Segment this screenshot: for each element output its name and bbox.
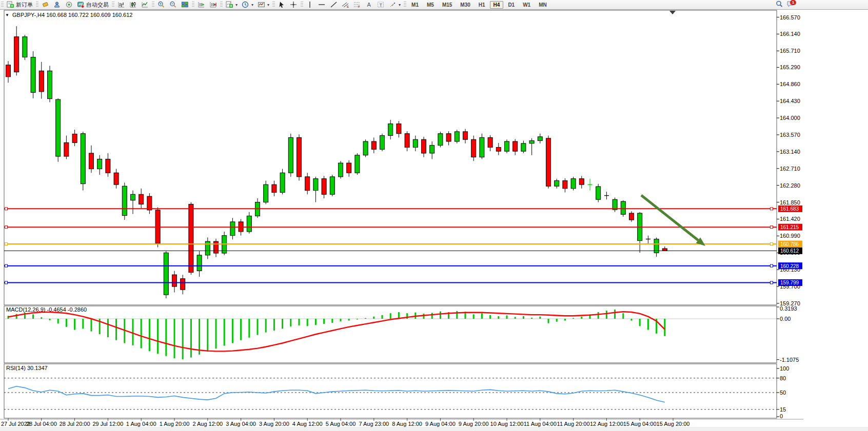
toolbar-grip[interactable]	[36, 2, 38, 8]
line-handle[interactable]	[5, 226, 8, 229]
styles-button[interactable]	[40, 0, 51, 9]
time-tick-label: 28 Jul 04:00	[26, 421, 57, 427]
bear-candle	[14, 37, 19, 72]
timeframe-button-m30[interactable]: M30	[457, 1, 474, 9]
bear-candle	[114, 173, 119, 184]
bear-candle	[6, 65, 11, 77]
line-handle[interactable]	[5, 281, 8, 284]
toolbar-grip[interactable]	[192, 2, 194, 8]
main-pane[interactable]	[4, 10, 777, 305]
bear-candle	[471, 139, 476, 157]
bull-candle	[164, 253, 168, 295]
fibonacci-button[interactable]: F	[351, 0, 363, 9]
cursor-button[interactable]	[276, 0, 288, 9]
timeframe-button-m15[interactable]: M15	[439, 1, 456, 9]
chart-menu-triangle-icon[interactable]: ▼	[5, 13, 9, 17]
bar-chart-button[interactable]	[115, 0, 127, 9]
bear-candle	[463, 132, 468, 139]
search-icon[interactable]	[776, 1, 783, 9]
toolbar-grip[interactable]	[112, 2, 114, 8]
bear-candle	[214, 241, 219, 253]
time-tick-label: 12 Aug 12:00	[590, 421, 623, 427]
time-axis[interactable]: 27 Jul 202228 Jul 04:0028 Jul 20:0029 Ju…	[0, 418, 868, 431]
bear-candle	[172, 275, 177, 286]
profile-button[interactable]	[51, 0, 63, 9]
line-handle[interactable]	[771, 264, 773, 267]
autotrade-button[interactable]: 自动交易	[75, 0, 111, 9]
candlestick-icon	[129, 1, 137, 8]
notification-count-badge: 1	[790, 0, 796, 5]
crosshair-button[interactable]	[288, 0, 300, 9]
arrows-button[interactable]: ▾	[387, 0, 403, 9]
chevron-down-icon[interactable]: ▾	[251, 3, 253, 7]
horizontal-line-button[interactable]	[316, 0, 328, 9]
bull-candle	[613, 199, 617, 210]
new-order-button[interactable]: 新订单	[5, 0, 35, 9]
timeframe-button-d1[interactable]: D1	[504, 1, 518, 9]
bull-candle	[313, 179, 318, 191]
bull-candle	[23, 37, 27, 57]
toolbar-grip[interactable]	[301, 2, 303, 8]
timeframe-button-m1[interactable]: M1	[408, 1, 422, 9]
bear-candle	[422, 139, 426, 153]
toolbar: 新订单自动交易▾▾▾EFAT▾M1M5M15M30H1H4D1W1MN1	[0, 0, 868, 10]
timeframe-button-m5[interactable]: M5	[423, 1, 438, 9]
price-badge-label: 159.799	[780, 280, 799, 285]
bull-candle	[280, 173, 285, 192]
sound-icon	[65, 1, 73, 8]
price-badge-label: 160.612	[780, 248, 799, 254]
channel-icon: E	[342, 1, 349, 8]
sound-button[interactable]	[63, 0, 75, 9]
mt4-window: 新订单自动交易▾▾▾EFAT▾M1M5M15M30H1H4D1W1MN1 166…	[0, 0, 868, 431]
label-icon: T	[377, 1, 385, 8]
time-tick-label: 29 Jul 12:00	[92, 421, 123, 427]
bull-candle	[380, 136, 385, 150]
chevron-down-icon[interactable]: ▾	[267, 3, 269, 7]
text-button[interactable]: A	[363, 0, 375, 9]
label-button[interactable]: T	[375, 0, 387, 9]
candlestick-button[interactable]	[127, 0, 139, 9]
chevron-down-icon[interactable]: ▾	[399, 3, 401, 7]
line-chart-button[interactable]	[139, 0, 151, 9]
line-handle[interactable]	[5, 242, 8, 245]
toolbar-grip[interactable]	[272, 2, 275, 8]
rsi-scale-label: 50	[780, 389, 786, 396]
notifications-icon[interactable]: 1	[786, 1, 794, 9]
line-handle[interactable]	[5, 208, 8, 210]
price-axis[interactable]: 166.570166.140165.710165.290164.860164.4…	[777, 14, 800, 420]
periods-button[interactable]: ▾	[240, 0, 255, 9]
line-handle[interactable]	[771, 242, 773, 245]
line-handle[interactable]	[771, 226, 773, 229]
time-tick-label: 1 Aug 04:00	[126, 421, 156, 427]
indicators-button[interactable]: ▾	[224, 0, 240, 9]
time-tick-label: 8 Aug 12:00	[392, 421, 422, 427]
time-tick-label: 9 Aug 04:00	[425, 421, 456, 427]
tile-windows-button[interactable]	[179, 0, 191, 9]
line-handle[interactable]	[771, 281, 773, 284]
macd-scale-label: 0.3193	[780, 305, 797, 312]
chart-shift-button[interactable]	[207, 0, 219, 9]
line-handle[interactable]	[5, 264, 8, 267]
chevron-down-icon[interactable]: ▾	[235, 3, 238, 7]
channel-button[interactable]: E	[340, 0, 351, 9]
timeframe-button-h4[interactable]: H4	[490, 1, 504, 9]
zoom-out-button[interactable]	[167, 0, 179, 9]
toolbar-grip[interactable]	[1, 2, 4, 8]
line-handle[interactable]	[771, 208, 773, 210]
zoom-in-button[interactable]	[155, 0, 167, 9]
timeframe-button-h1[interactable]: H1	[475, 1, 489, 9]
timeframe-button-w1[interactable]: W1	[519, 1, 534, 9]
toolbar-grip[interactable]	[220, 2, 223, 8]
chart-window[interactable]: 166.570166.140165.710165.290164.860164.4…	[0, 0, 868, 431]
trendline-button[interactable]	[328, 0, 340, 9]
vertical-line-button[interactable]	[304, 0, 316, 9]
rsi-scale-label: 100	[780, 365, 789, 372]
bear-candle	[39, 71, 44, 92]
timeframe-button-mn[interactable]: MN	[535, 1, 550, 9]
templates-button[interactable]: ▾	[255, 0, 271, 9]
price-tick-label: 161.420	[780, 216, 800, 222]
toolbar-grip[interactable]	[404, 2, 406, 8]
styles-icon	[42, 1, 49, 8]
toolbar-grip[interactable]	[152, 2, 154, 8]
auto-scroll-button[interactable]	[195, 0, 207, 9]
